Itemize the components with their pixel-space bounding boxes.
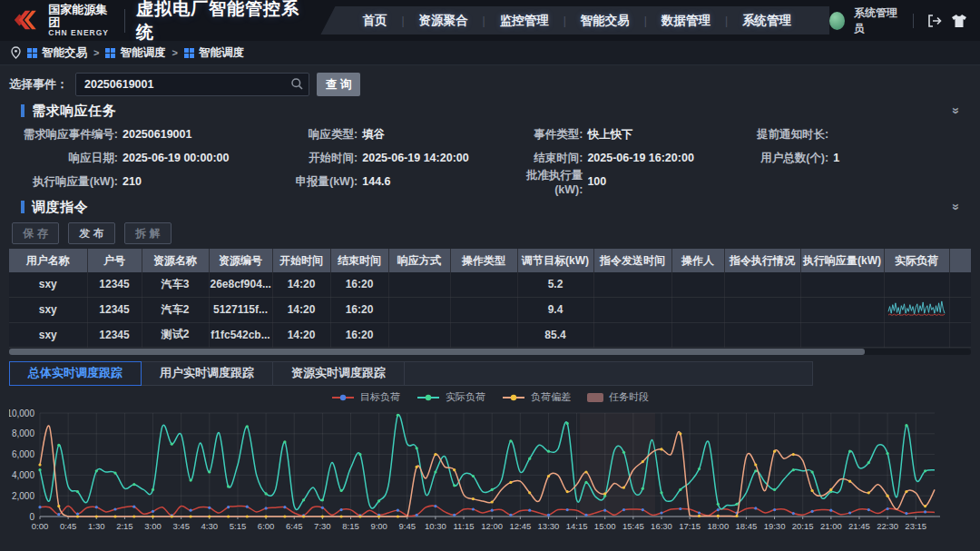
nav-item-5[interactable]: 数据管理 [647,13,725,29]
table-cell [724,322,800,347]
table-cell: sxy [9,297,87,322]
breadcrumb-item-2[interactable]: 智能调度 [105,45,165,61]
collapse-icon[interactable]: » [950,203,963,211]
nav-item-6[interactable]: 系统管理 [728,13,806,29]
chart-canvas[interactable]: 02,0004,0006,0008,00010,0000:000:451:302… [9,404,971,540]
dispatch-section-header: 调度指令 » [9,197,971,217]
table-cell: 5.2 [517,272,593,297]
demand-response-section-header: 需求响应任务 » [9,101,971,121]
table-cell [949,272,971,297]
field-label: 申报量(kW): [267,174,358,190]
table-scrollbar-thumb[interactable] [9,349,865,355]
nav-item-4[interactable]: 智能交易 [566,13,644,29]
dispatch-title: 调度指令 [32,199,88,216]
field-label: 响应类型: [267,127,358,143]
breadcrumb-item-1[interactable]: 智能交易 [27,45,87,61]
svg-text:17:15: 17:15 [679,521,701,531]
table-cell [388,297,450,322]
breadcrumb-grid-icon [184,48,194,58]
legend-label: 任务时段 [609,390,649,404]
location-icon [11,46,21,59]
table-header-cell: 结束时间 [330,249,388,272]
collapse-icon[interactable]: » [950,107,963,114]
svg-text:21:00: 21:00 [820,521,842,531]
field-value: 快上快下 [587,127,632,143]
legend-label: 实际负荷 [446,390,485,404]
svg-text:16:30: 16:30 [651,521,672,531]
svg-text:2,000: 2,000 [12,490,34,500]
table-cell [800,297,884,322]
search-icon[interactable] [290,77,304,94]
field-value: 2025-06-19 00:00:00 [122,152,229,164]
breadcrumb-separator: > [93,47,99,58]
svg-text:10:30: 10:30 [425,521,446,531]
field-value: 2025-06-19 14:20:00 [362,152,468,164]
table-scrollbar-track[interactable] [9,349,971,355]
table-row[interactable]: sxy12345测试2f1fc542cb...14:2016:2085.4 [9,322,971,347]
field-label: 执行响应量(kW): [0,174,118,190]
publish-button[interactable]: 发 布 [68,222,115,244]
legend-marker [502,393,525,402]
legend-marker [587,393,603,402]
query-button[interactable]: 查 询 [317,73,360,96]
breadcrumb-label: 智能调度 [120,45,165,61]
nav-item-1[interactable]: 首页 [348,13,401,29]
table-header-cell: 调节目标(kW) [517,249,593,272]
table-cell [949,297,971,322]
legend-item-2[interactable]: 实际负荷 [416,390,485,404]
table-row[interactable]: sxy12345汽车326e8cf904...14:2016:205.2 [9,272,971,297]
section-accent-bar [21,201,24,213]
field-value: 210 [122,175,142,188]
legend-item-3[interactable]: 负荷偏差 [502,390,571,404]
tab-overall-tracking[interactable]: 总体实时调度跟踪 [9,361,142,386]
task-field: 开始时间:2025-06-19 14:20:00 [267,146,505,170]
theme-skin-icon[interactable] [951,14,967,28]
table-row[interactable]: sxy12345汽车25127115f...14:2016:209.4 [9,297,971,322]
split-button[interactable]: 拆 解 [124,222,172,244]
table-header-cell: 开始时间 [272,249,330,272]
tab-user-tracking[interactable]: 用户实时调度跟踪 [142,362,273,385]
table-header-cell: 执行 [949,249,971,272]
table-cell [800,322,884,347]
breadcrumb-separator: > [172,47,177,58]
breadcrumb-label: 智能调度 [199,45,244,61]
table-cell [593,322,671,347]
svg-text:10,000: 10,000 [9,408,34,418]
header-divider [124,9,125,33]
table-cell: 14:20 [272,297,330,322]
tab-resource-tracking[interactable]: 资源实时调度跟踪 [273,362,405,385]
breadcrumb-item-3[interactable]: 智能调度 [184,45,244,61]
table-cell: 5127115f... [209,297,272,322]
svg-text:23:15: 23:15 [905,521,926,531]
logout-icon[interactable] [926,14,942,28]
table-header-cell: 资源编号 [209,249,272,272]
user-avatar[interactable] [829,12,845,30]
table-cell [388,322,450,347]
table-header-row: 用户名称户号资源名称资源编号开始时间结束时间响应方式操作类型调节目标(kW)指令… [9,249,971,272]
legend-label: 目标负荷 [360,390,400,404]
table-cell: 12345 [87,272,142,297]
field-label: 提前通知时长: [738,127,828,143]
table-cell: 12345 [87,322,142,347]
svg-text:15:00: 15:00 [594,521,616,531]
event-filter-row: 选择事件： 查 询 [9,73,971,96]
nav-item-2[interactable]: 资源聚合 [405,13,483,29]
svg-text:22:30: 22:30 [877,521,898,531]
field-label: 需求响应事件编号: [0,127,118,143]
table-cell: 14:20 [272,272,330,297]
table-cell [593,272,671,297]
save-button[interactable]: 保 存 [12,222,59,244]
table-cell: 16:20 [330,272,388,297]
field-label: 响应日期: [0,151,118,166]
svg-text:11:15: 11:15 [454,521,475,531]
svg-text:5:15: 5:15 [230,521,247,531]
task-field: 需求响应事件编号:20250619001 [0,123,267,146]
table-cell: sxy [9,322,87,347]
event-select-input[interactable] [75,73,309,96]
field-value: 100 [587,175,606,188]
legend-item-band[interactable]: 任务时段 [587,390,649,404]
nav-item-3[interactable]: 监控管理 [485,13,564,29]
field-value: 1 [833,152,839,164]
legend-item-1[interactable]: 目标负荷 [331,390,400,404]
demand-response-fields: 需求响应事件编号:20250619001响应类型:填谷事件类型:快上快下提前通知… [0,123,971,193]
